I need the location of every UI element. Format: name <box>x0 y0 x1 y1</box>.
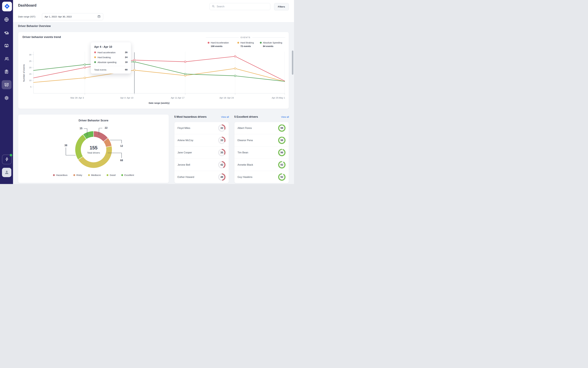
tooltip-dot-orange <box>94 56 96 58</box>
hazardous-drivers-list: Floyd Miles 32 Arlene McCoy 33 Jane Coop… <box>174 122 229 183</box>
sidebar-item-schedule[interactable] <box>0 43 13 49</box>
score-ring: 92 <box>278 161 286 169</box>
hazardous-list-header: 5 Most hazardous drivers View all <box>174 115 229 119</box>
driver-row[interactable]: Albert Flores 98 <box>234 122 289 134</box>
callout-mediocre: 68 <box>118 159 125 162</box>
tooltip-value: 18 <box>125 61 128 64</box>
driver-row[interactable]: Jane Cooper 35 <box>174 147 229 159</box>
user-avatar[interactable] <box>2 168 11 177</box>
sidebar-item-trips[interactable] <box>0 30 13 36</box>
sidebar-item-analytics[interactable] <box>0 82 13 88</box>
driver-row[interactable]: Eleanor Pena 98 <box>234 134 289 147</box>
tooltip-label: Absolute speeding <box>98 61 123 64</box>
sidebar-item-reports[interactable] <box>0 69 13 75</box>
driver-row[interactable]: Annette Black 92 <box>234 159 289 171</box>
tooltip-value: 24 <box>125 56 128 59</box>
header: Dashboard Filters Date range (IST): Apr … <box>13 0 294 22</box>
driver-name: Esther Howard <box>177 175 218 178</box>
tooltip-row: Hard acceleration 26 <box>94 51 128 54</box>
vertical-scrollbar-thumb[interactable] <box>292 51 293 75</box>
score-ring: 96 <box>278 149 286 156</box>
score-card: Driver Behavior Score 22 15 12 68 38 155… <box>18 114 169 183</box>
chart-board-icon <box>4 82 9 88</box>
driver-row[interactable]: Guy Hawkins 92 <box>234 171 289 183</box>
app-logo[interactable] <box>2 2 12 11</box>
legend-dot <box>107 174 108 176</box>
driver-row[interactable]: Tim Bean 96 <box>234 147 289 159</box>
excellent-drivers-list: Albert Flores 98 Eleanor Pena 98 Tim Bea… <box>234 122 289 183</box>
truck-icon <box>4 30 9 36</box>
donut-legend-item: Mediocre <box>88 174 101 176</box>
score-ring: 48 <box>218 173 226 181</box>
sidebar-item-globe[interactable] <box>0 17 13 23</box>
excellent-view-all-link[interactable]: View all <box>281 116 289 118</box>
driver-name: Jane Cooper <box>177 151 218 154</box>
driver-name: Tim Bean <box>237 151 278 154</box>
svg-text:33: 33 <box>220 139 223 142</box>
svg-text:96: 96 <box>280 151 283 154</box>
total-drivers-value: 155 <box>87 145 100 151</box>
excellent-list-header: 5 Excellent drivers View all <box>234 115 289 119</box>
svg-text:15: 15 <box>29 73 31 75</box>
legend-dot <box>88 174 90 176</box>
calendar-clock-icon <box>4 43 9 49</box>
lightning-icon <box>5 157 9 162</box>
tooltip-title: Apr 4 - Apr 10 <box>94 45 128 48</box>
legend-label: Risky <box>76 174 82 176</box>
sidebar-item-drivers[interactable] <box>0 56 13 62</box>
score-ring: 92 <box>278 173 286 181</box>
date-range-value: Apr 1, 2022- Apr 30, 2022 <box>45 15 72 18</box>
donut-slice-good <box>75 134 86 160</box>
driver-row[interactable]: Jerone Bell 42 <box>174 159 229 171</box>
driver-row[interactable]: Floyd Miles 32 <box>174 122 229 134</box>
search-input[interactable] <box>216 5 268 8</box>
svg-text:98: 98 <box>280 139 283 142</box>
date-range-input[interactable]: Apr 1, 2022- Apr 30, 2022 <box>42 13 103 20</box>
driver-name: Jerone Bell <box>177 163 218 166</box>
search-box[interactable] <box>209 3 270 10</box>
donut-legend-item: Excellent <box>121 174 134 176</box>
total-drivers-label: Total drivers <box>87 151 100 154</box>
driver-row[interactable]: Esther Howard 48 <box>174 171 229 183</box>
svg-text:48: 48 <box>220 175 223 178</box>
tooltip-value: 26 <box>125 51 128 54</box>
driver-name: Floyd Miles <box>177 127 218 129</box>
svg-text:92: 92 <box>280 163 283 166</box>
status-dot <box>10 154 12 156</box>
svg-text:Apr 25-May 1: Apr 25-May 1 <box>272 97 285 99</box>
score-ring: 35 <box>218 149 226 156</box>
svg-text:20: 20 <box>29 66 31 69</box>
svg-text:92: 92 <box>280 175 283 178</box>
driver-name: Guy Hawkins <box>237 175 278 178</box>
svg-text:42: 42 <box>220 163 223 166</box>
hazardous-view-all-link[interactable]: View all <box>221 116 229 118</box>
calendar-icon[interactable] <box>97 15 101 19</box>
score-ring: 42 <box>218 161 226 169</box>
tooltip-label: Hard braking <box>98 56 123 59</box>
score-ring: 32 <box>218 124 226 132</box>
driver-name: Arlene McCoy <box>177 139 218 142</box>
tooltip-label: Hard acceleration <box>98 51 123 54</box>
gear-logo-icon <box>4 3 10 10</box>
tooltip-total-value: 68 <box>125 68 128 71</box>
dashboard-app: Dashboard Filters Date range (IST): Apr … <box>0 0 294 184</box>
driver-row[interactable]: Arlene McCoy 33 <box>174 134 229 147</box>
sidebar-item-settings[interactable] <box>0 95 13 101</box>
score-ring: 33 <box>218 136 226 144</box>
callout-risky: 12 <box>118 145 125 147</box>
svg-text:98: 98 <box>280 127 283 129</box>
legend-dot <box>121 174 123 176</box>
page-title: Dashboard <box>18 3 37 8</box>
callout-excellent: 15 <box>78 127 84 130</box>
filters-button[interactable]: Filters <box>274 3 289 10</box>
tooltip-divider <box>94 66 128 66</box>
callout-good: 38 <box>63 144 69 147</box>
score-ring: 98 <box>278 136 286 144</box>
legend-label: Excellent <box>124 174 134 176</box>
score-ring: 98 <box>278 124 286 132</box>
trend-line-chart: 51015202530Mar 28- Apr 3Apr 4- Apr 10Apr… <box>18 32 289 109</box>
quick-actions-button[interactable] <box>2 155 12 164</box>
tooltip-dot-green <box>94 61 96 63</box>
excellent-list-title: 5 Excellent drivers <box>234 115 258 119</box>
svg-text:35: 35 <box>220 151 223 154</box>
